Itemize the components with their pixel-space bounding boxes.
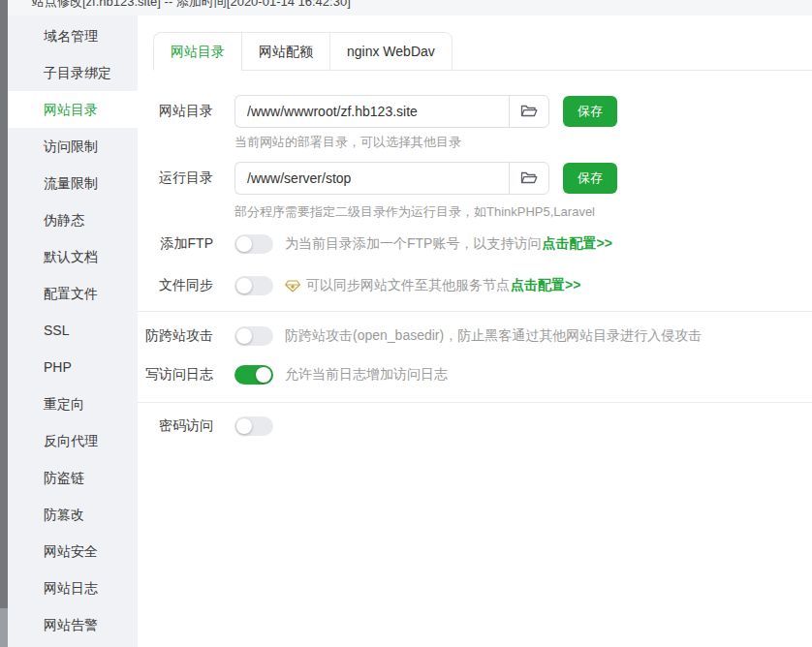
sidebar-item-2[interactable]: 网站目录 [8,91,138,128]
add-ftp-row: 添加FTP 为当前目录添加一个FTP账号，以支持访问点击配置>> [138,234,812,254]
password-access-label: 密码访问 [138,417,213,435]
pro-feature-gem-icon [285,280,300,293]
tab-2[interactable]: nginx WebDav [329,32,453,71]
site-dir-save-button[interactable]: 保存 [563,96,617,127]
content-panel: 网站目录网站配额nginx WebDav 网站目录 [138,15,812,647]
toggle-knob [236,278,252,293]
run-dir-input[interactable] [234,162,509,195]
toggle-knob [236,328,252,344]
folder-icon [520,170,538,187]
access-log-label: 写访问日志 [138,366,213,384]
site-dir-input-group [234,95,549,128]
modal-header: 站点修改[zf.hb123.site] -- 添加时间[2020-01-14 1… [8,0,812,15]
site-modify-modal: 站点修改[zf.hb123.site] -- 添加时间[2020-01-14 1… [8,0,812,647]
folder-icon [520,104,538,120]
open-basedir-label: 防跨站攻击 [138,327,213,345]
file-sync-config-link[interactable]: 点击配置>> [511,277,580,294]
add-ftp-toggle[interactable] [234,234,273,254]
add-ftp-config-link[interactable]: 点击配置>> [542,235,611,253]
toggle-knob [236,418,252,434]
site-dir-input[interactable] [234,95,509,128]
tab-0[interactable]: 网站目录 [153,32,242,71]
sidebar-item-7[interactable]: 配置文件 [8,275,138,312]
file-sync-label: 文件同步 [138,277,213,294]
open-basedir-toggle[interactable] [234,326,273,346]
site-dir-browse-button[interactable] [509,95,549,128]
file-sync-desc: 可以同步网站文件至其他服务节点点击配置>> [285,277,580,294]
access-log-desc: 允许当前日志增加访问日志 [285,366,448,384]
sidebar-item-6[interactable]: 默认文档 [8,238,138,275]
run-dir-browse-button[interactable] [509,162,549,195]
site-dir-help: 当前网站的部署目录，可以选择其他目录 [234,134,461,151]
tab-1[interactable]: 网站配额 [241,32,330,71]
sidebar-item-12[interactable]: 防盗链 [8,459,138,496]
sidebar-item-0[interactable]: 域名管理 [8,17,138,54]
sidebar-item-4[interactable]: 流量限制 [8,165,138,201]
modal-title: 站点修改[zf.hb123.site] -- 添加时间[2020-01-14 1… [32,0,351,11]
sidebar-item-9[interactable]: PHP [8,349,138,385]
sidebar-item-3[interactable]: 访问限制 [8,128,138,165]
toggle-knob [256,367,271,383]
password-access-row: 密码访问 [138,416,812,436]
tabbar-divider [448,70,812,71]
file-sync-toggle[interactable] [234,276,273,295]
open-basedir-row: 防跨站攻击 防跨站攻击(open_basedir)，防止黑客通过其他网站目录进行… [138,326,812,346]
sidebar-item-8[interactable]: SSL [8,312,138,349]
sidebar-item-5[interactable]: 伪静态 [8,201,138,238]
run-dir-save-button[interactable]: 保存 [563,163,617,194]
page-backdrop-strip [0,0,8,647]
add-ftp-label: 添加FTP [138,235,213,253]
file-sync-row: 文件同步 可以同步网站文件至其他服务节点点击配置>> [138,276,812,295]
run-dir-row: 运行目录 保存 [138,162,812,195]
sidebar-item-14[interactable]: 网站安全 [8,533,138,570]
sidebar-item-16[interactable]: 网站告警 [8,606,138,643]
password-access-toggle[interactable] [234,416,273,436]
run-dir-input-group [234,162,549,195]
sidebar-item-10[interactable]: 重定向 [8,385,138,422]
sidebar-item-15[interactable]: 网站日志 [8,570,138,606]
tabbar: 网站目录网站配额nginx WebDav [153,32,453,71]
site-dir-label: 网站目录 [138,103,213,120]
sidebar: 域名管理子目录绑定网站目录访问限制流量限制伪静态默认文档配置文件SSLPHP重定… [8,15,138,647]
site-dir-row: 网站目录 保存 [138,95,812,128]
add-ftp-desc: 为当前目录添加一个FTP账号，以支持访问点击配置>> [285,235,612,253]
sidebar-item-1[interactable]: 子目录绑定 [8,54,138,91]
toggle-knob [236,236,252,252]
access-log-toggle[interactable] [234,365,273,385]
open-basedir-desc: 防跨站攻击(open_basedir)，防止黑客通过其他网站目录进行入侵攻击 [285,327,702,345]
run-dir-help: 部分程序需要指定二级目录作为运行目录，如ThinkPHP5,Laravel [234,203,595,221]
site-modify-window: 站点修改[zf.hb123.site] -- 添加时间[2020-01-14 1… [0,0,812,647]
run-dir-label: 运行目录 [138,169,213,187]
section-divider [138,402,812,403]
sidebar-item-13[interactable]: 防篡改 [8,496,138,533]
access-log-row: 写访问日志 允许当前日志增加访问日志 [138,365,812,385]
section-divider [138,311,812,312]
sidebar-item-11[interactable]: 反向代理 [8,422,138,459]
